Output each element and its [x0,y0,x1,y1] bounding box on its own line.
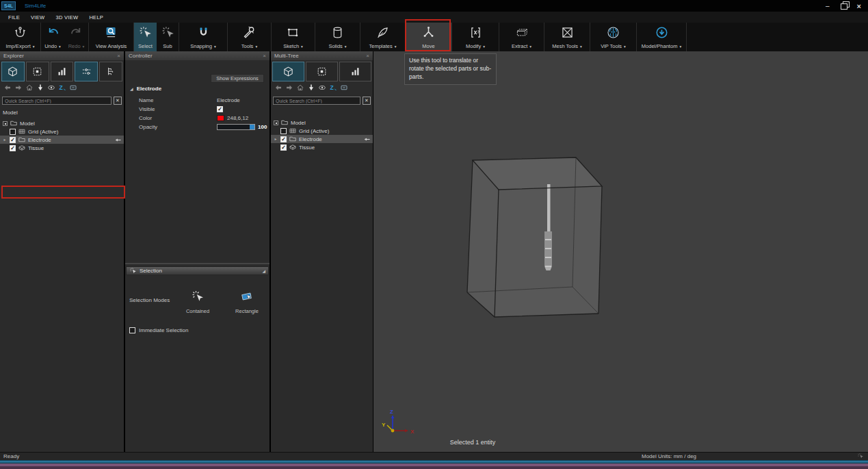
section-divider[interactable] [125,263,269,264]
dropdown-arrow-icon[interactable]: ▾ [529,45,531,49]
collapse-triangle-icon[interactable]: ◢ [262,268,265,273]
checkbox[interactable]: ✓ [10,145,16,151]
menu-item-view[interactable]: VIEW [25,13,50,22]
simulation-view-button[interactable] [26,62,49,81]
clear-search-icon[interactable]: ✕ [363,97,371,105]
immediate-selection-checkbox[interactable] [129,327,135,333]
tool-templates[interactable]: Templates▾ [360,23,405,51]
home-button[interactable] [25,84,34,92]
tool-solids[interactable]: Solids▾ [315,23,360,51]
goto-down-button[interactable] [36,84,44,92]
checkbox[interactable] [280,128,287,134]
resize-grip-icon[interactable] [857,453,864,459]
close-panel-icon[interactable]: × [366,53,369,59]
tool-view-analysis[interactable]: View Analysis [89,23,133,51]
forward-button[interactable] [285,84,293,92]
tool-extract[interactable]: Extract▾ [499,23,544,51]
color-swatch[interactable] [217,115,224,121]
tool-sketch[interactable]: Sketch▾ [272,23,315,51]
tool-select[interactable]: Select [134,23,157,51]
3d-viewport[interactable]: Z X Y Selected 1 entity [373,51,868,452]
search-input[interactable] [273,97,360,105]
opacity-slider[interactable] [217,124,255,130]
explorer-header[interactable]: Explorer × [0,51,124,60]
model-view-button[interactable] [272,62,304,81]
checkbox[interactable]: ✓ [280,136,287,142]
show-expressions-button[interactable]: Show Expressions [211,74,264,83]
dropdown-arrow-icon[interactable]: ▾ [59,45,61,49]
checkbox[interactable]: ✓ [10,137,16,143]
dropdown-arrow-icon[interactable]: ▾ [483,45,485,49]
close-panel-icon[interactable]: × [263,53,266,59]
visibility-button[interactable] [318,84,326,92]
tool-undo[interactable]: Undo▾ [41,23,64,51]
close-panel-icon[interactable]: × [117,53,120,59]
visible-checkbox[interactable]: ✓ [217,106,223,112]
collapse-all-button[interactable] [340,84,348,92]
close-window-button[interactable]: × [857,2,861,10]
tool-sub[interactable]: Sub [157,23,179,51]
expand-box-icon[interactable] [274,121,278,125]
tree-row-electrode[interactable]: ▸✓Electrode [0,136,124,144]
tool-mesh-tools[interactable]: Mesh Tools▾ [544,23,590,51]
visibility-button[interactable] [47,84,55,92]
expand-triangle-icon[interactable]: ◢ [130,86,133,91]
dropdown-arrow-icon[interactable]: ▾ [679,45,681,49]
back-button[interactable] [3,84,12,92]
collapse-all-button[interactable] [69,84,77,92]
tree-row-model[interactable]: Model [271,118,373,127]
tree-row-electrode[interactable]: ▸✓Electrode [271,135,373,143]
zoom-z-button[interactable] [58,84,66,92]
menu-item-file[interactable]: FILE [3,13,25,22]
tree-row-tissue[interactable]: ✓Tissue [0,144,124,152]
tool-snapping[interactable]: Snapping▾ [179,23,227,51]
restore-button[interactable] [841,3,846,8]
simulation-view-button[interactable] [306,62,338,81]
tree-row-grid-active[interactable]: Grid (Active) [271,127,373,135]
3d-scene-box[interactable] [373,51,868,452]
tool-redo[interactable]: Redo▾ [64,23,88,51]
tool-model-phantom[interactable]: Model/Phantom▾ [637,23,686,51]
forward-button[interactable] [14,84,23,92]
tree-row-model[interactable]: Model [0,119,124,127]
multitree-header[interactable]: Multi-Tree × [271,51,373,60]
zoom-z-button[interactable] [329,84,337,92]
dropdown-arrow-icon[interactable]: ▾ [345,45,347,49]
selection-mode-contained[interactable]: Contained [180,290,215,314]
hierarchy-view-button[interactable] [99,62,122,81]
dropdown-arrow-icon[interactable]: ▾ [214,45,216,49]
back-button[interactable] [274,84,282,92]
goto-down-button[interactable] [307,84,315,92]
clear-search-icon[interactable]: ✕ [114,97,122,105]
controller-header[interactable]: Controller × [125,51,269,60]
checkbox[interactable]: ✓ [280,144,287,151]
selection-mode-rectangle[interactable]: Rectangle [229,290,265,314]
expand-arrow-icon[interactable]: ▸ [273,136,278,142]
tree-row-grid-active[interactable]: Grid (Active) [0,127,124,136]
minimize-button[interactable]: – [826,4,830,8]
expand-box-icon[interactable] [3,121,8,126]
model-view-button[interactable] [1,62,25,81]
tool-tools[interactable]: Tools▾ [228,23,271,51]
properties-view-button[interactable] [75,62,98,81]
tool-vip-tools[interactable]: ViP Tools▾ [590,23,636,51]
menu-item-help[interactable]: HELP [83,13,109,22]
search-input[interactable] [2,97,111,105]
menu-item-3d-view[interactable]: 3D VIEW [50,13,83,22]
tool-modify[interactable]: Modify▾ [452,23,499,51]
expand-arrow-icon[interactable]: ▸ [2,137,8,142]
slider-handle[interactable] [250,125,254,129]
dropdown-arrow-icon[interactable]: ▾ [33,45,35,49]
dropdown-arrow-icon[interactable]: ▾ [83,45,85,49]
tree-row-tissue[interactable]: ✓Tissue [271,143,373,151]
dropdown-arrow-icon[interactable]: ▾ [301,45,303,49]
selection-section-header[interactable]: Selection ◢ [126,266,269,275]
dropdown-arrow-icon[interactable]: ▾ [580,45,582,49]
checkbox[interactable] [10,129,16,135]
home-button[interactable] [296,84,304,92]
dropdown-arrow-icon[interactable]: ▾ [255,45,257,49]
dropdown-arrow-icon[interactable]: ▾ [624,45,626,49]
dropdown-arrow-icon[interactable]: ▾ [395,45,397,49]
tool-imp-export[interactable]: Imp/Export▾ [0,23,40,51]
analysis-view-button[interactable] [51,62,74,81]
